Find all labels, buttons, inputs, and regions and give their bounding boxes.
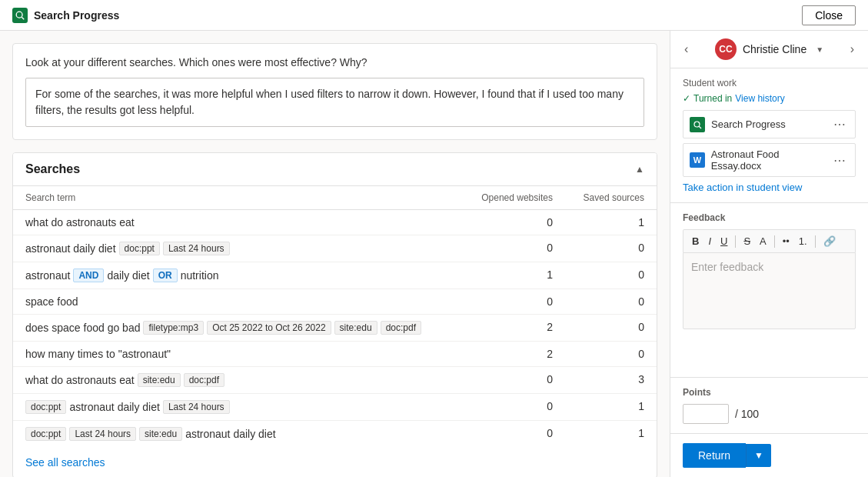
saved-count: 0 (565, 262, 657, 289)
search-term-cell: space food (13, 289, 463, 315)
searches-block: Searches ▲ Search term Opened websites S… (12, 152, 657, 477)
strikethrough-button[interactable]: S (740, 233, 754, 249)
col-saved-sources: Saved sources (565, 186, 657, 210)
search-tag: filetype:mp3 (143, 321, 204, 335)
highlight-button[interactable]: A (756, 233, 770, 249)
bold-button[interactable]: B (688, 233, 703, 249)
table-row: doc:pptastronaut daily dietLast 24 hours… (13, 394, 657, 421)
svg-line-3 (699, 126, 701, 128)
italic-button[interactable]: I (704, 233, 715, 249)
feedback-placeholder: Enter feedback (691, 261, 763, 273)
search-term-cell: doc:pptLast 24 hourssite:eduastronaut da… (13, 421, 463, 448)
file-icon-search-progress (690, 117, 705, 132)
return-dropdown-button[interactable]: ▼ (746, 444, 771, 467)
close-button[interactable]: Close (802, 5, 856, 25)
file-icon-essay: W (690, 152, 705, 168)
toolbar-sep-1 (735, 235, 736, 248)
saved-count: 0 (565, 342, 657, 367)
underline-button[interactable]: U (717, 233, 731, 249)
saved-count: 0 (565, 235, 657, 262)
search-tag: doc:pdf (381, 321, 421, 335)
main-layout: Look at your different searches. Which o… (0, 31, 868, 477)
link-button[interactable]: 🔗 (820, 233, 840, 249)
search-term-cell: doc:pptastronaut daily dietLast 24 hours (13, 394, 463, 421)
search-term-cell: how many times to"astronaut" (13, 342, 463, 367)
turned-in-text: Turned in (693, 93, 732, 104)
view-history-link[interactable]: View history (735, 93, 784, 104)
points-section: Points / 100 (670, 378, 868, 434)
svg-line-1 (22, 17, 24, 19)
points-label: Points (683, 387, 856, 398)
search-progress-app-icon (12, 8, 28, 23)
opened-count: 0 (463, 210, 565, 235)
return-button-group: Return ▼ (683, 443, 856, 468)
toolbar-sep-3 (815, 235, 816, 248)
search-tag: Oct 25 2022 to Oct 26 2022 (207, 321, 331, 335)
search-term-text: does space food go bad (25, 322, 140, 334)
search-term-text: nutrition (181, 269, 219, 282)
points-input[interactable] (683, 404, 729, 424)
saved-count: 1 (565, 394, 657, 421)
take-action-link[interactable]: Take action in student view (683, 182, 856, 193)
table-row: doc:pptLast 24 hourssite:eduastronaut da… (13, 421, 657, 448)
table-row: astronautANDdaily dietORnutrition10 (13, 262, 657, 289)
collapse-icon[interactable]: ▲ (635, 164, 644, 175)
search-term-text: what do astronauts eat (25, 374, 135, 386)
file-more-button-search-progress[interactable]: ⋯ (830, 115, 849, 133)
search-term-text: astronaut daily diet (25, 242, 116, 255)
search-tag: doc:ppt (25, 427, 66, 441)
search-term-cell: what do astronauts eat (13, 210, 463, 235)
search-operator: AND (73, 269, 104, 282)
col-search-term: Search term (13, 186, 463, 210)
student-name: Christie Cline (743, 43, 806, 55)
feedback-input[interactable]: Enter feedback (683, 252, 856, 329)
saved-count: 3 (565, 367, 657, 394)
bullet-list-button[interactable]: •• (779, 233, 793, 249)
table-row: what do astronauts eatsite:edudoc:pdf03 (13, 367, 657, 394)
search-tag: doc:pdf (184, 373, 224, 387)
toolbar-sep-2 (774, 235, 775, 248)
checkmark-icon: ✓ (683, 93, 690, 104)
searches-title: Searches (25, 162, 80, 176)
prev-student-button[interactable]: ‹ (680, 41, 693, 58)
opened-count: 1 (463, 262, 565, 289)
points-row: / 100 (683, 404, 856, 424)
search-tag: Last 24 hours (163, 242, 230, 255)
opened-count: 2 (463, 315, 565, 342)
search-tag: doc:ppt (25, 400, 66, 414)
answer-box: For some of the searches, it was more he… (25, 78, 644, 127)
opened-count: 0 (463, 394, 565, 421)
file-name-essay: Astronaut Food Essay.docx (711, 148, 830, 172)
search-tag: doc:ppt (119, 242, 160, 255)
saved-count: 1 (565, 421, 657, 448)
left-panel: Look at your different searches. Which o… (0, 31, 670, 477)
file-item-search-progress[interactable]: Search Progress ⋯ (683, 110, 856, 138)
see-all-searches-link[interactable]: See all searches (13, 447, 657, 477)
turned-in-status: ✓ Turned in View history (683, 93, 856, 104)
search-tag: site:edu (334, 321, 377, 335)
student-dropdown-icon[interactable]: ▼ (816, 45, 823, 54)
search-term-text: daily diet (107, 269, 149, 282)
file-more-button-essay[interactable]: ⋯ (830, 152, 849, 169)
saved-count: 0 (565, 289, 657, 315)
numbered-list-button[interactable]: 1. (795, 233, 811, 249)
search-term-text: astronaut (25, 269, 70, 282)
table-row: how many times to"astronaut"20 (13, 342, 657, 367)
saved-count: 1 (565, 210, 657, 235)
top-bar-left: Search Progress (12, 8, 119, 23)
search-tag: Last 24 hours (163, 400, 230, 414)
file-item-essay[interactable]: W Astronaut Food Essay.docx ⋯ (683, 143, 856, 177)
feedback-section: Feedback B I U S A •• 1. 🔗 Enter feedbac… (670, 203, 868, 378)
table-row: astronaut daily dietdoc:pptLast 24 hours… (13, 235, 657, 262)
search-tag: Last 24 hours (69, 427, 136, 441)
opened-count: 0 (463, 421, 565, 448)
svg-point-0 (16, 12, 22, 18)
student-avatar: CC (715, 38, 737, 60)
col-opened-websites: Opened websites (463, 186, 565, 210)
svg-point-2 (694, 122, 700, 127)
return-button[interactable]: Return (683, 443, 746, 468)
search-term-text: how many times to (25, 348, 115, 360)
feedback-label: Feedback (683, 212, 856, 223)
next-student-button[interactable]: › (846, 41, 859, 58)
opened-count: 2 (463, 342, 565, 367)
